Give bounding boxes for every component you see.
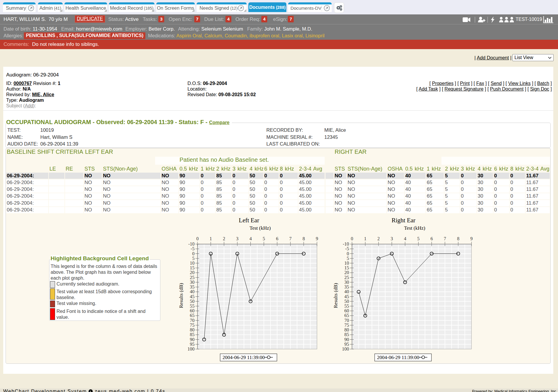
svg-text:20: 20 xyxy=(190,270,195,275)
svg-text:55: 55 xyxy=(344,303,349,308)
svg-text:5: 5 xyxy=(263,236,265,241)
svg-text:8: 8 xyxy=(457,236,459,241)
svg-text:65: 65 xyxy=(344,313,349,318)
svg-text:40: 40 xyxy=(190,289,195,294)
svg-text:i: i xyxy=(90,390,92,392)
svg-text:90: 90 xyxy=(344,337,349,342)
svg-text:70: 70 xyxy=(344,318,349,323)
svg-text:Results (dB): Results (dB) xyxy=(333,283,338,308)
svg-text:45: 45 xyxy=(190,294,195,299)
svg-text:65: 65 xyxy=(190,313,195,318)
svg-text:0: 0 xyxy=(192,251,195,256)
svg-text:7: 7 xyxy=(289,236,292,241)
svg-text:25: 25 xyxy=(344,275,349,280)
svg-text:15: 15 xyxy=(344,265,349,270)
svg-text:30: 30 xyxy=(344,280,349,285)
svg-text:35: 35 xyxy=(344,284,349,289)
svg-text:75: 75 xyxy=(190,323,195,328)
svg-text:6: 6 xyxy=(276,236,278,241)
svg-text:80: 80 xyxy=(190,327,195,332)
svg-text:80: 80 xyxy=(344,327,349,332)
svg-text:-5: -5 xyxy=(345,246,349,251)
svg-text:35: 35 xyxy=(190,284,195,289)
svg-text:Right Ear: Right Ear xyxy=(391,217,415,224)
svg-text:75: 75 xyxy=(344,323,349,328)
svg-text:0: 0 xyxy=(351,236,353,241)
svg-text:Left Ear: Left Ear xyxy=(239,217,259,224)
svg-text:45: 45 xyxy=(344,294,349,299)
svg-text:40: 40 xyxy=(344,289,349,294)
svg-text:25: 25 xyxy=(190,275,195,280)
svg-text:9: 9 xyxy=(316,236,318,241)
svg-text:100: 100 xyxy=(187,346,195,351)
svg-text:5: 5 xyxy=(347,256,349,261)
svg-text:2004-06-29 11:39:00: 2004-06-29 11:39:00 xyxy=(377,355,419,360)
svg-text:60: 60 xyxy=(344,308,349,313)
svg-text:7: 7 xyxy=(444,236,446,241)
svg-text:60: 60 xyxy=(190,308,195,313)
svg-text:1: 1 xyxy=(210,236,212,241)
svg-text:90: 90 xyxy=(190,337,195,342)
svg-text:10: 10 xyxy=(344,261,349,266)
svg-text:4: 4 xyxy=(404,236,406,241)
svg-text:85: 85 xyxy=(344,332,349,337)
svg-text:95: 95 xyxy=(344,342,349,347)
svg-text:95: 95 xyxy=(190,342,195,347)
svg-text:3: 3 xyxy=(391,236,393,241)
svg-text:2: 2 xyxy=(223,236,225,241)
svg-text:50: 50 xyxy=(190,299,195,304)
svg-text:55: 55 xyxy=(190,303,195,308)
svg-text:15: 15 xyxy=(190,265,195,270)
svg-text:Test (kHz): Test (kHz) xyxy=(250,225,271,231)
svg-text:9: 9 xyxy=(470,236,473,241)
svg-text:20: 20 xyxy=(344,270,349,275)
svg-text:1: 1 xyxy=(364,236,366,241)
svg-text:10: 10 xyxy=(190,261,195,266)
svg-text:2: 2 xyxy=(377,236,380,241)
svg-text:5: 5 xyxy=(192,256,195,261)
svg-text:-10: -10 xyxy=(188,241,195,246)
svg-text:8: 8 xyxy=(303,236,305,241)
svg-text:4: 4 xyxy=(249,236,252,241)
svg-text:0: 0 xyxy=(347,251,349,256)
svg-text:6: 6 xyxy=(431,236,433,241)
svg-text:85: 85 xyxy=(190,332,195,337)
svg-text:5: 5 xyxy=(417,236,420,241)
svg-text:-5: -5 xyxy=(191,246,195,251)
svg-text:50: 50 xyxy=(344,299,349,304)
svg-text:70: 70 xyxy=(190,318,195,323)
svg-text:2004-06-29 11:39:00: 2004-06-29 11:39:00 xyxy=(222,355,265,360)
svg-text:30: 30 xyxy=(190,280,195,285)
svg-text:100: 100 xyxy=(342,346,349,351)
svg-text:3: 3 xyxy=(236,236,238,241)
svg-text:Test (kHz): Test (kHz) xyxy=(404,225,425,231)
svg-text:0: 0 xyxy=(196,236,199,241)
svg-text:Results (dB): Results (dB) xyxy=(178,283,184,308)
svg-text:-10: -10 xyxy=(343,241,349,246)
